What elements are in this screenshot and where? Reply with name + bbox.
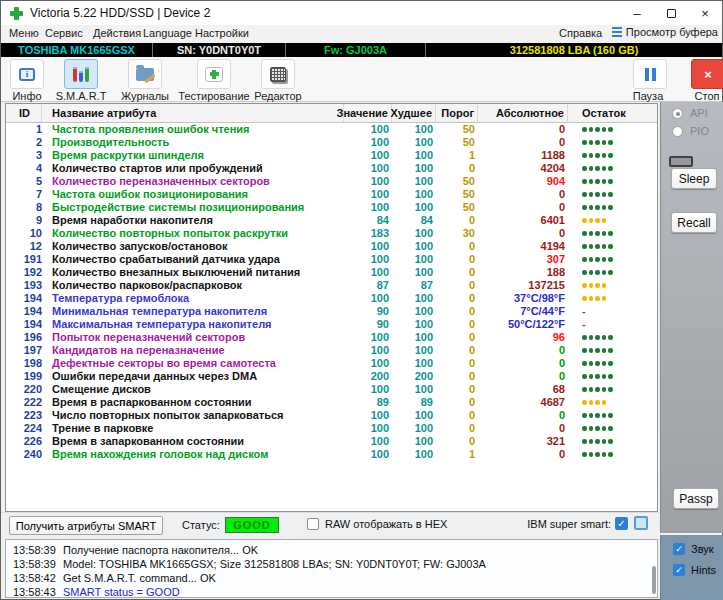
buffer-view-button[interactable]: Просмотр буфера (612, 26, 718, 38)
table-row[interactable]: 224Трение в парковке10010000 (6, 422, 657, 435)
api-radio[interactable] (672, 108, 683, 119)
attr-id: 199 (6, 370, 42, 383)
table-row[interactable]: 198Дефектные секторы во время самотеста1… (6, 357, 657, 370)
attr-value: 100 (344, 136, 392, 149)
attr-value: 183 (344, 227, 392, 240)
menu-main[interactable]: Меню (9, 27, 39, 39)
maximize-button[interactable] (654, 1, 688, 25)
log-scrollbar[interactable] (652, 566, 656, 594)
sound-option[interactable]: ✓ Звук (673, 543, 714, 555)
table-row[interactable]: 223Число повторных попыток запарковаться… (6, 409, 657, 422)
table-row[interactable]: 12Количество запусков/остановок100100041… (6, 240, 657, 253)
ibm-secondary-checkbox[interactable] (634, 516, 648, 530)
attr-raw: 0 (478, 448, 568, 461)
table-row[interactable]: 7Частота ошибок позиционирования10010050… (6, 188, 657, 201)
health-dot (602, 140, 607, 145)
menu-actions[interactable]: Действия (93, 27, 141, 39)
attr-worst: 100 (392, 409, 436, 422)
table-row[interactable]: 4Количество стартов или пробуждений10010… (6, 162, 657, 175)
table-row[interactable]: 240Время нахождения головок над диском10… (6, 448, 657, 461)
table-row[interactable]: 226Время в запаркованном состоянии100100… (6, 435, 657, 448)
attr-health (568, 123, 657, 136)
editor-button[interactable] (261, 59, 295, 89)
logs-button[interactable] (128, 59, 162, 89)
attr-worst: 84 (392, 214, 436, 227)
sound-checkbox[interactable]: ✓ (673, 543, 685, 555)
menu-service[interactable]: Сервис (45, 27, 83, 39)
table-row[interactable]: 191Количество срабатываний датчика удара… (6, 253, 657, 266)
ibm-super-smart-checkbox[interactable]: ✓ (615, 517, 628, 530)
health-dot (589, 361, 594, 366)
title-bar: Victoria 5.22 HDD/SSD | Device 2 – × (1, 1, 722, 25)
table-row[interactable]: 2Производительность100100500 (6, 136, 657, 149)
passp-button[interactable]: Passp (673, 488, 719, 509)
menu-language[interactable]: Language (143, 27, 192, 39)
health-dot (589, 140, 594, 145)
health-dot (595, 270, 600, 275)
table-row[interactable]: 1Частота проявления ошибок чтения1001005… (6, 123, 657, 136)
pause-button[interactable] (633, 59, 667, 89)
pio-radio[interactable] (672, 126, 683, 137)
get-smart-button[interactable]: Получить атрибуты SMART (9, 516, 163, 535)
attr-name: Количество парковок/распарковок (42, 279, 344, 292)
table-row[interactable]: 9Время наработки накопителя848406401 (6, 214, 657, 227)
stop-button[interactable]: × (691, 59, 723, 89)
health-dot (595, 296, 600, 301)
raw-hex-checkbox[interactable] (307, 518, 319, 530)
health-dot (589, 283, 594, 288)
attr-raw: 4204 (478, 162, 568, 175)
attr-name: Время наработки накопителя (42, 214, 344, 227)
table-row[interactable]: 222Время в распаркованном состоянии89890… (6, 396, 657, 409)
table-row[interactable]: 220Смещение дисков100100068 (6, 383, 657, 396)
health-dot (582, 270, 587, 275)
health-dot (595, 140, 600, 145)
pio-radio-row[interactable]: PIO (672, 125, 709, 137)
health-dot (602, 244, 607, 249)
table-row[interactable]: 194Минимальная температура накопителя901… (6, 305, 657, 318)
minimize-button[interactable]: – (620, 1, 654, 25)
hints-option[interactable]: ✓ Hints (673, 564, 716, 576)
attr-id: 196 (6, 331, 42, 344)
attr-threshold: 1 (436, 149, 478, 162)
log-message: Get S.M.A.R.T. command... OK (63, 571, 216, 585)
attr-id: 192 (6, 266, 42, 279)
close-button[interactable]: × (688, 1, 722, 25)
device-capacity: 312581808 LBA (160 GB) (426, 43, 722, 57)
raw-hex-option[interactable]: RAW отображать в HEX (307, 518, 447, 530)
attr-raw: 96 (478, 331, 568, 344)
test-button[interactable] (197, 59, 231, 89)
log-message: Получение паспорта накопителя... OK (63, 543, 258, 557)
menu-help[interactable]: Справка (559, 27, 602, 39)
smart-button[interactable] (64, 59, 98, 89)
hints-checkbox[interactable]: ✓ (673, 564, 685, 576)
health-dot (595, 348, 600, 353)
table-row[interactable]: 192Количество внезапных выключений питан… (6, 266, 657, 279)
health-dot (595, 439, 600, 444)
table-row[interactable]: 5Количество переназначенных секторов1001… (6, 175, 657, 188)
health-dot (608, 166, 613, 171)
table-row[interactable]: 196Попыток переназначений секторов100100… (6, 331, 657, 344)
info-button[interactable]: i (10, 59, 44, 89)
attr-raw: 188 (478, 266, 568, 279)
table-row[interactable]: 8Быстродействие системы позиционирования… (6, 201, 657, 214)
attr-id: 194 (6, 318, 42, 331)
attr-value: 100 (344, 422, 392, 435)
menu-settings[interactable]: Настройки (195, 27, 249, 39)
table-row[interactable]: 193Количество парковок/распарковок878701… (6, 279, 657, 292)
table-row[interactable]: 194Максимальная температура накопителя90… (6, 318, 657, 331)
recall-button[interactable]: Recall (671, 212, 717, 233)
sleep-button[interactable]: Sleep (671, 168, 717, 189)
table-row[interactable]: 194Температура гермоблока100100037°C/98°… (6, 292, 657, 305)
health-dot (608, 153, 613, 158)
health-dot (582, 153, 587, 158)
table-row[interactable]: 10Количество повторных попыток раскрутки… (6, 227, 657, 240)
attr-worst: 100 (392, 448, 436, 461)
attr-health (568, 422, 657, 435)
log-line: 13:58:39Получение паспорта накопителя...… (6, 543, 657, 557)
table-row[interactable]: 3Время раскрутки шпинделя10010011188 (6, 149, 657, 162)
attr-value: 100 (344, 201, 392, 214)
api-radio-row[interactable]: API (672, 107, 708, 119)
stop-label: Стоп (695, 90, 720, 102)
table-row[interactable]: 199Ошибки передачи данных через DMA20020… (6, 370, 657, 383)
table-row[interactable]: 197Кандидатов на переназначение10010000 (6, 344, 657, 357)
